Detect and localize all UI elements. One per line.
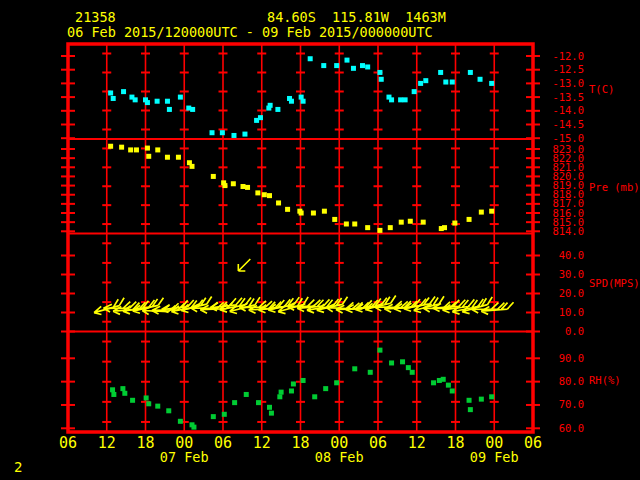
- relative_humidity-point: [467, 398, 472, 403]
- temperature-point: [468, 70, 473, 75]
- pressure-point: [134, 147, 139, 152]
- relative_humidity-point: [368, 370, 373, 375]
- temperature-point: [377, 70, 382, 75]
- hour-label: 18: [136, 434, 154, 452]
- relative_humidity-point: [232, 400, 237, 405]
- relative_humidity-point: [400, 359, 405, 364]
- relative_humidity-point: [450, 388, 455, 393]
- relative_humidity-point: [244, 392, 249, 397]
- pressure-point: [145, 146, 150, 151]
- y-tick-label: 90.0: [559, 352, 584, 364]
- pressure-point: [119, 145, 124, 150]
- date-label: 08 Feb: [315, 449, 364, 465]
- pressure-point: [442, 225, 447, 230]
- pressure-point: [365, 225, 370, 230]
- relative_humidity-point: [377, 348, 382, 353]
- hour-label: 18: [291, 434, 309, 452]
- temperature-point: [111, 96, 116, 101]
- relative_humidity-point: [446, 383, 451, 388]
- pressure-point: [211, 174, 216, 179]
- temperature-point: [220, 130, 225, 135]
- pressure-point: [399, 220, 404, 225]
- y-tick-label: 40.0: [559, 249, 584, 261]
- pressure-point: [489, 209, 494, 214]
- temperature-point: [133, 97, 138, 102]
- temperature-point: [443, 80, 448, 85]
- date-label: 07 Feb: [160, 449, 209, 465]
- pressure-point: [299, 211, 304, 216]
- page-number: 2: [14, 459, 22, 475]
- pressure-point: [311, 211, 316, 216]
- pressure-point: [128, 147, 133, 152]
- y-tick-label: -12.5: [552, 63, 584, 75]
- temperature-point: [289, 99, 294, 104]
- temperature-point: [321, 63, 326, 68]
- pressure-point: [388, 225, 393, 230]
- temperature-point: [258, 115, 263, 120]
- pressure-point: [479, 210, 484, 215]
- hour-label: 06: [369, 434, 387, 452]
- y-tick-label: -13.0: [552, 77, 584, 89]
- pressure-point: [176, 155, 181, 160]
- y-tick-label: 60.0: [559, 422, 584, 434]
- temperature-point: [351, 66, 356, 71]
- temperature-point: [190, 107, 195, 112]
- pressure-point: [255, 190, 260, 195]
- temperature-point: [365, 64, 370, 69]
- temperature-point: [268, 103, 273, 108]
- meteogram-plot: -12.0-12.5-13.0-13.5-14.0-14.5-15.0T(C)8…: [0, 0, 640, 480]
- temperature-point: [334, 63, 339, 68]
- wind-reference-arrow: [238, 259, 250, 271]
- pressure-point: [344, 221, 349, 226]
- temperature-point: [345, 58, 350, 63]
- temperature-point: [242, 132, 247, 137]
- relative_humidity-point: [289, 388, 294, 393]
- panel-unit-label: Pre (mb): [589, 181, 640, 193]
- y-tick-label: 70.0: [559, 398, 584, 410]
- relative_humidity-point: [267, 405, 272, 410]
- pressure-point: [222, 183, 227, 188]
- pressure-point: [377, 228, 382, 233]
- relative_humidity-point: [441, 377, 446, 382]
- temperature-point: [121, 89, 126, 94]
- temperature-point: [423, 78, 428, 83]
- relative_humidity-point: [178, 419, 183, 424]
- temperature-point: [167, 107, 172, 112]
- pressure-point: [421, 220, 426, 225]
- y-tick-label: 814.0: [552, 225, 584, 237]
- pressure-point: [245, 185, 250, 190]
- relative_humidity-point: [279, 390, 284, 395]
- pressure-point: [322, 209, 327, 214]
- y-tick-label: -14.5: [552, 118, 584, 130]
- relative_humidity-point: [110, 387, 115, 392]
- relative_humidity-point: [301, 378, 306, 383]
- relative_humidity-point: [155, 404, 160, 409]
- temperature-point: [155, 99, 160, 104]
- temperature-point: [275, 107, 280, 112]
- pressure-point: [190, 164, 195, 169]
- temperature-point: [418, 81, 423, 86]
- temperature-point: [308, 56, 313, 61]
- temperature-point: [145, 100, 150, 105]
- pressure-point: [165, 155, 170, 160]
- pressure-point: [352, 221, 357, 226]
- pressure-point: [146, 154, 151, 159]
- relative_humidity-point: [479, 397, 484, 402]
- hour-label: 06: [59, 434, 77, 452]
- relative_humidity-point: [410, 370, 415, 375]
- temperature-point: [403, 97, 408, 102]
- hour-label: 12: [408, 434, 426, 452]
- temperature-point: [301, 99, 306, 104]
- temperature-point: [412, 89, 417, 94]
- hour-label: 18: [446, 434, 464, 452]
- pressure-point: [155, 147, 160, 152]
- relative_humidity-point: [146, 401, 151, 406]
- relative_humidity-point: [352, 366, 357, 371]
- temperature-point: [450, 80, 455, 85]
- pressure-point: [408, 219, 413, 224]
- temperature-point: [389, 97, 394, 102]
- relative_humidity-point: [312, 394, 317, 399]
- pressure-point: [285, 207, 290, 212]
- relative_humidity-point: [489, 394, 494, 399]
- y-tick-label: -12.0: [552, 50, 584, 62]
